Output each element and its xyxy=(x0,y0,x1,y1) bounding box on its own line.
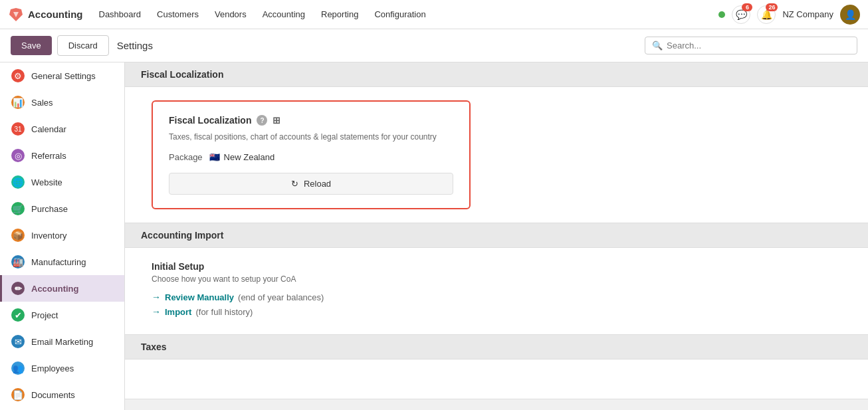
fiscal-card-description: Taxes, fiscal positions, chart of accoun… xyxy=(169,131,453,143)
fiscal-localization-body: Fiscal Localization ? ⊞ Taxes, fiscal po… xyxy=(125,87,868,223)
fiscal-card-title: Fiscal Localization ? ⊞ xyxy=(169,115,453,126)
review-manually-link[interactable]: → Review Manually (end of year balances) xyxy=(152,292,841,302)
taxes-header: Taxes xyxy=(125,335,868,359)
sidebar-icon-employees: 👥 xyxy=(11,361,25,375)
sidebar-label-purchase: Purchase xyxy=(31,204,68,214)
sidebar-item-employees[interactable]: 👥Employees xyxy=(0,355,124,381)
sidebar-item-purchase[interactable]: 🛒Purchase xyxy=(0,195,124,222)
nav-vendors[interactable]: Vendors xyxy=(208,5,253,23)
sidebar-item-accounting[interactable]: ✏Accounting xyxy=(0,275,124,302)
sidebar-label-sales: Sales xyxy=(31,98,53,108)
grid-icon[interactable]: ⊞ xyxy=(272,115,280,126)
search-box: 🔍 xyxy=(645,37,857,54)
brand[interactable]: Accounting xyxy=(8,7,83,23)
layout: ⚙General Settings📊Sales31Calendar◎Referr… xyxy=(0,62,868,410)
sidebar-icon-purchase: 🛒 xyxy=(11,202,25,215)
package-flag: 🇳🇿 xyxy=(209,152,220,162)
sidebar-icon-inventory: 📦 xyxy=(11,229,25,242)
sidebar-icon-calendar: 31 xyxy=(11,122,25,136)
search-icon: 🔍 xyxy=(652,41,663,51)
sidebar-label-general-settings: General Settings xyxy=(31,71,96,81)
brand-icon xyxy=(8,7,24,23)
sidebar-item-manufacturing[interactable]: 🏭Manufacturing xyxy=(0,249,124,275)
review-manually-label: Review Manually xyxy=(165,292,234,302)
sidebar-label-employees: Employees xyxy=(31,363,74,373)
fiscal-localization-card: Fiscal Localization ? ⊞ Taxes, fiscal po… xyxy=(152,100,471,209)
import-suffix: (for full history) xyxy=(195,307,253,317)
accounting-import-header: Accounting Import xyxy=(125,223,868,248)
user-avatar[interactable]: 👤 xyxy=(840,5,860,25)
status-dot xyxy=(718,11,725,18)
nav-dashboard[interactable]: Dashboard xyxy=(92,5,148,23)
help-icon[interactable]: ? xyxy=(257,115,267,126)
sidebar-label-website: Website xyxy=(31,177,62,187)
sidebar-label-calendar: Calendar xyxy=(31,124,66,134)
initial-setup-desc: Choose how you want to setup your CoA xyxy=(152,274,841,284)
fiscal-localization-header: Fiscal Localization xyxy=(125,62,868,87)
package-row: Package 🇳🇿 New Zealand xyxy=(169,152,453,162)
nav-accounting[interactable]: Accounting xyxy=(256,5,312,23)
import-link[interactable]: → Import (for full history) xyxy=(152,306,841,317)
search-input[interactable] xyxy=(667,41,850,51)
sidebar-item-general-settings[interactable]: ⚙General Settings xyxy=(0,62,124,89)
settings-label: Settings xyxy=(117,40,153,51)
sidebar-item-email-marketing[interactable]: ✉Email Marketing xyxy=(0,328,124,355)
nav-customers[interactable]: Customers xyxy=(150,5,205,23)
sidebar-icon-sales: 📊 xyxy=(11,96,25,109)
company-name: NZ Company xyxy=(782,9,833,19)
nav-configuration[interactable]: Configuration xyxy=(368,5,432,23)
sidebar-label-inventory: Inventory xyxy=(31,231,66,241)
notifications-badge: 26 xyxy=(766,3,778,11)
messages-button[interactable]: 💬 6 xyxy=(732,5,750,24)
sidebar: ⚙General Settings📊Sales31Calendar◎Referr… xyxy=(0,62,125,410)
initial-setup-title: Initial Setup xyxy=(152,261,841,272)
sidebar-item-calendar[interactable]: 31Calendar xyxy=(0,116,124,142)
package-value: 🇳🇿 New Zealand xyxy=(209,152,275,162)
accounting-import-body: Initial Setup Choose how you want to set… xyxy=(125,248,868,335)
discard-button[interactable]: Discard xyxy=(57,35,109,56)
import-arrow-icon: → xyxy=(152,306,161,317)
sidebar-item-referrals[interactable]: ◎Referrals xyxy=(0,142,124,169)
reload-label: Reload xyxy=(304,179,331,189)
sidebar-icon-general-settings: ⚙ xyxy=(11,69,25,82)
taxes-body xyxy=(125,359,868,399)
top-nav-right: 💬 6 🔔 26 NZ Company 👤 xyxy=(718,5,860,25)
top-nav: Accounting Dashboard Customers Vendors A… xyxy=(0,0,868,29)
sub-nav: Save Discard Settings 🔍 xyxy=(0,29,868,62)
sidebar-icon-referrals: ◎ xyxy=(11,149,25,162)
messages-badge: 6 xyxy=(742,3,752,11)
sidebar-label-project: Project xyxy=(31,310,58,320)
sidebar-label-email-marketing: Email Marketing xyxy=(31,337,93,347)
reload-icon: ↻ xyxy=(291,179,298,189)
sidebar-item-documents[interactable]: 📄Documents xyxy=(0,381,124,408)
package-label: Package xyxy=(169,152,203,162)
sidebar-icon-website: 🌐 xyxy=(11,175,25,189)
sidebar-label-referrals: Referrals xyxy=(31,151,66,161)
main-content: Fiscal Localization Fiscal Localization … xyxy=(125,62,868,410)
package-name: New Zealand xyxy=(224,152,275,162)
sidebar-icon-project: ✔ xyxy=(11,308,25,322)
sidebar-label-documents: Documents xyxy=(31,390,75,400)
sidebar-icon-documents: 📄 xyxy=(11,388,25,401)
sidebar-icon-email-marketing: ✉ xyxy=(11,335,25,348)
reload-button[interactable]: ↻ Reload xyxy=(169,173,453,195)
sidebar-item-inventory[interactable]: 📦Inventory xyxy=(0,222,124,249)
brand-name: Accounting xyxy=(28,9,83,20)
sidebar-icon-manufacturing: 🏭 xyxy=(11,255,25,268)
sidebar-item-website[interactable]: 🌐Website xyxy=(0,169,124,195)
review-manually-suffix: (end of year balances) xyxy=(238,292,324,302)
sidebar-label-accounting: Accounting xyxy=(31,284,79,294)
sidebar-item-sales[interactable]: 📊Sales xyxy=(0,89,124,116)
import-label: Import xyxy=(165,307,191,317)
save-button[interactable]: Save xyxy=(11,36,52,55)
notifications-button[interactable]: 🔔 26 xyxy=(757,5,776,24)
sidebar-item-project[interactable]: ✔Project xyxy=(0,302,124,328)
nav-reporting[interactable]: Reporting xyxy=(314,5,365,23)
review-arrow-icon: → xyxy=(152,292,161,302)
sidebar-label-manufacturing: Manufacturing xyxy=(31,257,86,267)
sidebar-icon-accounting: ✏ xyxy=(11,282,25,295)
